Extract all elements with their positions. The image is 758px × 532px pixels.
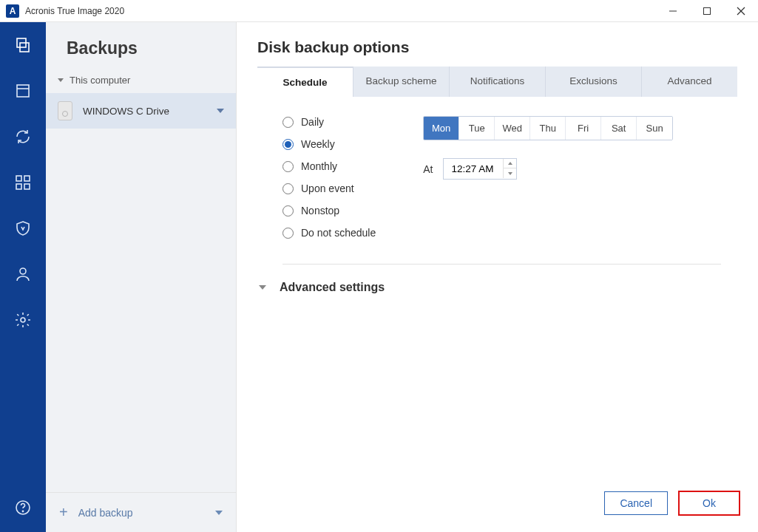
day-wed[interactable]: Wed xyxy=(495,117,530,140)
chevron-down-icon xyxy=(259,285,266,290)
svg-rect-11 xyxy=(24,184,30,189)
day-sun[interactable]: Sun xyxy=(637,117,672,140)
tree-this-computer[interactable]: This computer xyxy=(46,72,236,93)
nav-settings-icon[interactable] xyxy=(13,310,33,330)
radio-daily[interactable]: Daily xyxy=(282,116,376,128)
cancel-button[interactable]: Cancel xyxy=(604,491,668,515)
tree-label-text: This computer xyxy=(70,75,130,86)
tab-advanced[interactable]: Advanced xyxy=(642,66,737,97)
backup-plan-item[interactable]: WINDOWS C Drive xyxy=(46,93,236,129)
advanced-settings-toggle[interactable]: Advanced settings xyxy=(237,281,758,294)
time-input[interactable] xyxy=(444,159,503,179)
ok-button[interactable]: Ok xyxy=(678,491,740,516)
plan-name: WINDOWS C Drive xyxy=(83,106,217,117)
disk-icon xyxy=(58,101,72,120)
close-button[interactable] xyxy=(724,0,758,22)
sidebar: Backups This computer WINDOWS C Drive + … xyxy=(46,22,237,532)
nav-archive-icon[interactable] xyxy=(13,81,33,100)
day-fri[interactable]: Fri xyxy=(566,117,601,140)
maximize-button[interactable] xyxy=(690,0,724,22)
caret-down-icon xyxy=(58,78,64,82)
chevron-down-icon xyxy=(217,109,224,113)
day-thu[interactable]: Thu xyxy=(530,117,566,140)
day-sat[interactable]: Sat xyxy=(601,117,637,140)
svg-point-13 xyxy=(21,318,25,322)
nav-help-icon[interactable] xyxy=(13,498,33,517)
nav-account-icon[interactable] xyxy=(13,265,33,284)
nav-protection-icon[interactable] xyxy=(13,219,33,238)
footer: Cancel Ok xyxy=(237,491,758,532)
nav-dashboard-icon[interactable] xyxy=(13,173,33,192)
svg-point-12 xyxy=(20,268,26,274)
nav-sync-icon[interactable] xyxy=(13,127,33,146)
tab-exclusions[interactable]: Exclusions xyxy=(546,66,642,97)
radio-do-not-schedule-label: Do not schedule xyxy=(301,227,376,239)
page-title: Disk backup options xyxy=(237,22,758,66)
radio-monthly[interactable]: Monthly xyxy=(282,160,376,172)
add-backup-label: Add backup xyxy=(78,507,133,519)
main-panel: Disk backup options Schedule Backup sche… xyxy=(237,22,758,532)
sidebar-heading: Backups xyxy=(46,22,236,72)
window-title: Acronis True Image 2020 xyxy=(25,6,656,16)
radio-monthly-label: Monthly xyxy=(301,160,337,172)
svg-rect-9 xyxy=(24,176,30,181)
nav-backup-icon[interactable] xyxy=(13,35,33,55)
svg-rect-1 xyxy=(704,7,711,14)
radio-weekly[interactable]: Weekly xyxy=(282,138,376,150)
radio-daily-label: Daily xyxy=(301,116,324,128)
radio-upon-event[interactable]: Upon event xyxy=(282,183,376,194)
titlebar: A Acronis True Image 2020 xyxy=(0,0,758,22)
nav-rail xyxy=(0,22,46,532)
day-mon[interactable]: Mon xyxy=(424,117,459,140)
tab-schedule[interactable]: Schedule xyxy=(257,66,353,97)
app-logo: A xyxy=(6,4,19,18)
radio-nonstop[interactable]: Nonstop xyxy=(282,205,376,216)
divider xyxy=(282,264,721,265)
plus-icon: + xyxy=(59,504,68,521)
svg-rect-8 xyxy=(16,176,21,181)
radio-upon-event-label: Upon event xyxy=(301,183,354,194)
tabs: Schedule Backup scheme Notifications Exc… xyxy=(257,66,737,97)
svg-rect-10 xyxy=(16,184,21,189)
add-backup-button[interactable]: + Add backup xyxy=(46,492,236,532)
schedule-radio-group: Daily Weekly Monthly Upon event Nonstop … xyxy=(282,116,376,239)
radio-do-not-schedule[interactable]: Do not schedule xyxy=(282,227,376,239)
radio-weekly-label: Weekly xyxy=(301,138,335,150)
time-step-up[interactable] xyxy=(503,159,516,168)
time-field xyxy=(443,158,517,180)
chevron-down-icon xyxy=(215,511,223,515)
svg-rect-6 xyxy=(17,85,29,97)
minimize-button[interactable] xyxy=(656,0,690,22)
at-label: At xyxy=(423,163,433,175)
day-tue[interactable]: Tue xyxy=(459,117,495,140)
radio-nonstop-label: Nonstop xyxy=(301,205,339,216)
tab-notifications[interactable]: Notifications xyxy=(450,66,546,97)
tab-backup-scheme[interactable]: Backup scheme xyxy=(353,66,450,97)
time-step-down[interactable] xyxy=(503,168,516,178)
svg-point-15 xyxy=(22,511,23,511)
day-picker: Mon Tue Wed Thu Fri Sat Sun xyxy=(423,116,673,140)
advanced-settings-label: Advanced settings xyxy=(280,281,385,294)
